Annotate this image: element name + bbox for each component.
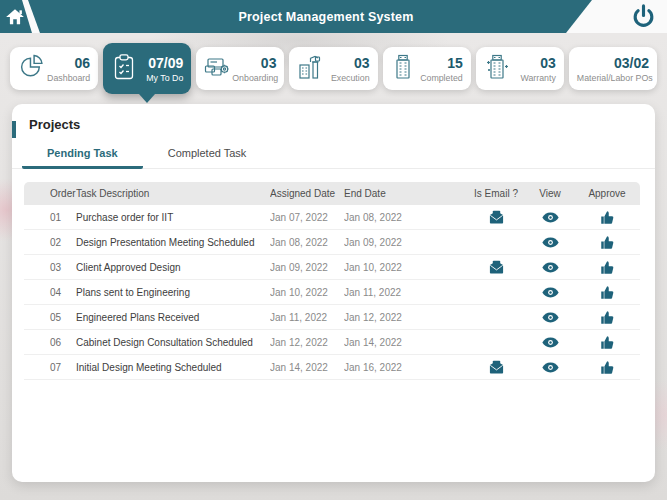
table-row: 06Cabinet Design Consultation ScheduledJ… <box>24 330 640 355</box>
view-cell[interactable] <box>526 286 574 298</box>
approve-thumb-up-icon <box>600 260 615 275</box>
app-title: Project Management System <box>178 10 413 24</box>
documents-gear-icon <box>204 54 232 84</box>
tab-completed-task[interactable]: Completed Task <box>143 141 272 169</box>
nav-cards-row: 06 Dashboard 07/09 My To Do <box>10 47 657 94</box>
top-bar: Project Management System <box>0 0 667 33</box>
nav-card-warranty[interactable]: 03 Warranty <box>476 47 564 90</box>
approve-cell[interactable] <box>574 310 640 325</box>
approve-cell[interactable] <box>574 285 640 300</box>
end-date-cell: Jan 11, 2022 <box>344 287 466 298</box>
view-eye-icon <box>542 312 559 323</box>
is-email-cell <box>466 210 526 224</box>
mail-icon <box>489 210 504 224</box>
col-end-date: End Date <box>344 188 466 199</box>
pie-chart-icon <box>18 53 45 84</box>
view-eye-icon <box>542 362 559 373</box>
order-cell: 07 <box>24 362 76 373</box>
projects-panel: Projects Pending Task Completed Task Ord… <box>12 104 655 482</box>
is-email-cell <box>466 360 526 374</box>
col-approve: Approve <box>574 188 640 199</box>
nav-card-onboarding[interactable]: 03 Onboarding <box>196 47 284 90</box>
table-body: 01Purchase order for IITJan 07, 2022Jan … <box>24 205 640 380</box>
approve-cell[interactable] <box>574 335 640 350</box>
nav-card-my-to-do[interactable]: 07/09 My To Do <box>103 43 191 94</box>
building-crane-icon <box>297 53 323 85</box>
task-description-cell: Plans sent to Engineering <box>76 287 270 298</box>
tab-pending-task[interactable]: Pending Task <box>22 141 143 169</box>
nav-card-execution[interactable]: 03 Execution <box>289 47 377 90</box>
table-row: 02Design Presentation Meeting ScheduledJ… <box>24 230 640 255</box>
clipboard-checklist-icon <box>111 53 137 85</box>
assigned-date-cell: Jan 07, 2022 <box>270 212 344 223</box>
building-sparkle-icon <box>484 53 510 85</box>
col-is-email: Is Email ? <box>466 188 526 199</box>
nav-card-label: My To Do <box>146 73 183 83</box>
nav-card-value: 03 <box>232 55 276 71</box>
view-cell[interactable] <box>526 311 574 323</box>
view-cell[interactable] <box>526 336 574 348</box>
table-row: 07Initial Design Meeting ScheduledJan 14… <box>24 355 640 380</box>
nav-card-label: Dashboard <box>47 73 90 83</box>
nav-card-material-labor-pos[interactable]: 03/02 Material/Labor POs <box>569 47 657 90</box>
nav-card-label: Warranty <box>520 73 555 83</box>
is-email-cell <box>466 260 526 274</box>
nav-card-value: 03 <box>520 55 555 71</box>
nav-card-label: Execution <box>331 73 370 83</box>
view-eye-icon <box>542 262 559 273</box>
approve-cell[interactable] <box>574 260 640 275</box>
home-icon <box>5 7 25 27</box>
view-cell[interactable] <box>526 236 574 248</box>
mail-icon <box>489 360 504 374</box>
view-cell[interactable] <box>526 261 574 273</box>
approve-thumb-up-icon <box>600 335 615 350</box>
view-eye-icon <box>542 337 559 348</box>
table-row: 03Client Approved DesignJan 09, 2022Jan … <box>24 255 640 280</box>
approve-cell[interactable] <box>574 210 640 225</box>
table-row: 04Plans sent to EngineeringJan 10, 2022J… <box>24 280 640 305</box>
task-tabs: Pending Task Completed Task <box>12 141 655 169</box>
end-date-cell: Jan 08, 2022 <box>344 212 466 223</box>
end-date-cell: Jan 12, 2022 <box>344 312 466 323</box>
end-date-cell: Jan 16, 2022 <box>344 362 466 373</box>
view-eye-icon <box>542 212 559 223</box>
end-date-cell: Jan 09, 2022 <box>344 237 466 248</box>
assigned-date-cell: Jan 14, 2022 <box>270 362 344 373</box>
col-task: Task Description <box>76 188 270 199</box>
mail-icon <box>489 260 504 274</box>
approve-thumb-up-icon <box>600 310 615 325</box>
nav-card-completed[interactable]: 15 Completed <box>383 47 471 90</box>
page-title: Projects <box>12 104 655 132</box>
order-cell: 01 <box>24 212 76 223</box>
assigned-date-cell: Jan 08, 2022 <box>270 237 344 248</box>
table-header-row: Order Task Description Assigned Date End… <box>24 182 640 205</box>
approve-cell[interactable] <box>574 360 640 375</box>
heading-accent-bar <box>12 121 16 138</box>
table-row: 01Purchase order for IITJan 07, 2022Jan … <box>24 205 640 230</box>
nav-card-dashboard[interactable]: 06 Dashboard <box>10 47 98 90</box>
approve-cell[interactable] <box>574 235 640 250</box>
building-icon <box>391 53 415 85</box>
view-cell[interactable] <box>526 361 574 373</box>
end-date-cell: Jan 14, 2022 <box>344 337 466 348</box>
col-assigned-date: Assigned Date <box>270 188 344 199</box>
order-cell: 06 <box>24 337 76 348</box>
approve-thumb-up-icon <box>600 210 615 225</box>
nav-card-value: 03/02 <box>577 55 649 71</box>
assigned-date-cell: Jan 11, 2022 <box>270 312 344 323</box>
task-description-cell: Cabinet Design Consultation Scheduled <box>76 337 270 348</box>
table-row: 05Engineered Plans ReceivedJan 11, 2022J… <box>24 305 640 330</box>
col-order: Order <box>24 188 76 199</box>
tasks-table: Order Task Description Assigned Date End… <box>24 182 640 380</box>
end-date-cell: Jan 10, 2022 <box>344 262 466 273</box>
title-band: Project Management System <box>0 0 592 33</box>
task-description-cell: Engineered Plans Received <box>76 312 270 323</box>
order-cell: 05 <box>24 312 76 323</box>
view-cell[interactable] <box>526 211 574 223</box>
nav-card-value: 15 <box>420 55 463 71</box>
approve-thumb-up-icon <box>600 285 615 300</box>
order-cell: 03 <box>24 262 76 273</box>
task-description-cell: Design Presentation Meeting Scheduled <box>76 237 270 248</box>
power-button[interactable] <box>631 4 656 29</box>
nav-card-value: 06 <box>47 55 90 71</box>
